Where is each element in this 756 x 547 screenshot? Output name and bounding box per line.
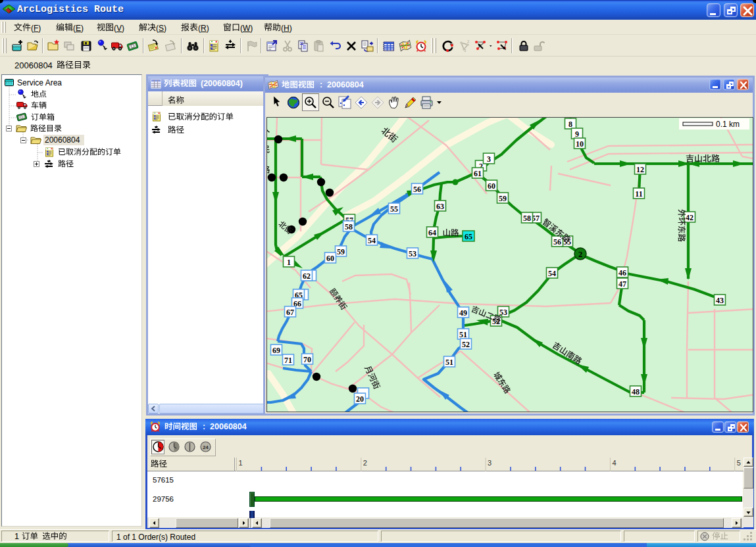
svg-text:24: 24 (203, 444, 209, 450)
svg-text:52: 52 (462, 340, 470, 349)
svg-text:1: 1 (239, 459, 243, 467)
svg-text:65: 65 (465, 232, 472, 241)
svg-text:48: 48 (632, 387, 640, 396)
svg-text:67: 67 (286, 308, 294, 317)
svg-text:56: 56 (553, 237, 561, 247)
svg-text:63: 63 (436, 202, 444, 211)
svg-text:47: 47 (618, 279, 626, 289)
svg-text:69: 69 (272, 346, 280, 355)
svg-text:42: 42 (686, 213, 693, 222)
svg-text:0.1 km: 0.1 km (716, 120, 740, 129)
svg-text:4: 4 (612, 459, 616, 467)
svg-text:1: 1 (287, 258, 291, 267)
svg-text:59: 59 (499, 194, 507, 203)
svg-text:8: 8 (568, 120, 572, 129)
svg-text:58: 58 (345, 222, 353, 231)
svg-text:71: 71 (284, 356, 292, 365)
svg-text:5: 5 (737, 459, 741, 467)
svg-text:60: 60 (488, 181, 495, 191)
svg-text:43: 43 (716, 296, 724, 305)
svg-text:20: 20 (356, 394, 364, 404)
svg-text:9: 9 (575, 130, 579, 139)
svg-text:11: 11 (635, 189, 642, 199)
svg-text:61: 61 (474, 169, 482, 178)
svg-text:3: 3 (464, 49, 466, 53)
svg-text:3: 3 (487, 155, 491, 164)
svg-text:51: 51 (459, 330, 467, 339)
svg-text:51: 51 (445, 358, 453, 367)
svg-text:62: 62 (303, 272, 311, 281)
svg-text:55: 55 (390, 204, 398, 214)
svg-text:2: 2 (363, 459, 367, 467)
svg-text:56: 56 (413, 185, 421, 194)
svg-text:53: 53 (409, 249, 416, 258)
svg-text:12: 12 (636, 165, 644, 174)
svg-text:10: 10 (576, 139, 584, 149)
svg-text:49: 49 (459, 308, 467, 318)
svg-text:2: 2 (578, 250, 582, 259)
svg-text:54: 54 (548, 269, 556, 278)
svg-text:46: 46 (618, 268, 626, 277)
svg-text:3: 3 (488, 459, 491, 467)
svg-text:58: 58 (523, 214, 531, 223)
svg-text:54: 54 (368, 236, 376, 245)
svg-text:59: 59 (337, 247, 345, 256)
svg-text:64: 64 (428, 228, 436, 237)
svg-text:70: 70 (303, 355, 311, 364)
svg-text:2: 2 (467, 39, 470, 43)
svg-text:60: 60 (326, 254, 334, 263)
